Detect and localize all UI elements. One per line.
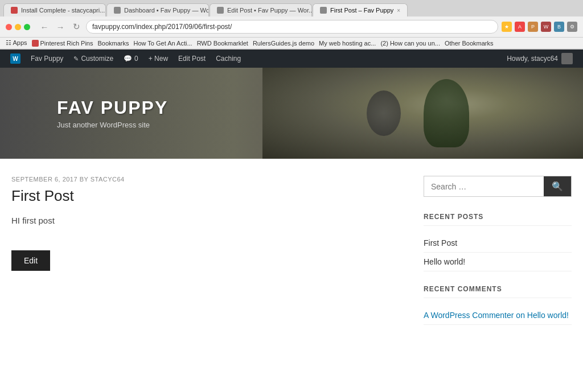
wp-admin-bar: W Fav Puppy ✎ Customize 💬 0 + New Edit P… xyxy=(0,49,583,68)
customize-icon: ✎ xyxy=(73,55,79,63)
tab-close-icon[interactable]: × xyxy=(397,7,400,14)
star-icon[interactable]: ★ xyxy=(502,22,512,32)
list-item: Hello world! xyxy=(424,253,572,271)
bookmark-apps[interactable]: ☷ Apps xyxy=(6,39,27,47)
site-main: September 6, 2017 by stacyc64 First Post… xyxy=(0,159,583,342)
bookmark-label: How To Get An Acti... xyxy=(134,40,192,47)
bookmark-icon xyxy=(32,40,39,47)
bookmark-rwd[interactable]: RWD Bookmarklet xyxy=(197,40,248,47)
post-article: September 6, 2017 by stacyc64 First Post… xyxy=(11,176,401,271)
caching-label: Caching xyxy=(216,55,241,63)
user-avatar xyxy=(561,53,573,64)
commented-post-link[interactable]: on Hello world! xyxy=(516,311,569,320)
wp-edit-post[interactable]: Edit Post xyxy=(174,49,210,68)
back-button[interactable]: ← xyxy=(38,20,51,33)
search-submit-button[interactable]: 🔍 xyxy=(544,176,571,196)
wp-logo-item[interactable]: W xyxy=(6,49,25,68)
customize-label: Customize xyxy=(81,55,113,63)
bookmark-label: RulersGuides.js demo xyxy=(253,40,314,47)
bookmark-label: Bookmarks xyxy=(97,40,129,47)
forward-button[interactable]: → xyxy=(54,20,67,33)
bookmark-bookmarks[interactable]: Bookmarks xyxy=(97,40,129,47)
bookmark-how-can[interactable]: (2) How can you un... xyxy=(380,40,440,47)
post-meta: September 6, 2017 by stacyc64 xyxy=(11,176,401,183)
bookmark-label: (2) How can you un... xyxy=(380,40,440,47)
header-plant-area xyxy=(262,68,583,159)
address-bar[interactable] xyxy=(86,20,498,34)
maximize-window-button[interactable] xyxy=(24,24,30,30)
post-body: HI first post xyxy=(11,214,401,228)
tab-dashboard[interactable]: Dashboard • Fav Puppy — Wo... × xyxy=(106,3,209,16)
recent-comments-widget: Recent Comments A WordPress Commenter on… xyxy=(424,285,572,325)
bookmark-rulers[interactable]: RulersGuides.js demo xyxy=(253,40,314,47)
post-content: HI first post xyxy=(11,214,401,228)
wp-site-name[interactable]: Fav Puppy xyxy=(26,49,68,68)
browser-chrome: Install Complete - stacycapri... × Dashb… xyxy=(0,0,583,49)
recent-comments-title: Recent Comments xyxy=(424,285,572,298)
tab-first-post[interactable]: First Post – Fav Puppy × xyxy=(313,3,408,16)
extension-icon-4[interactable]: B xyxy=(554,22,564,32)
bookmark-howto[interactable]: How To Get An Acti... xyxy=(134,40,192,47)
tab-favicon xyxy=(320,7,327,14)
browser-tabs: Install Complete - stacycapri... × Dashb… xyxy=(0,0,583,16)
search-form: 🔍 xyxy=(424,176,572,197)
bookmark-label: My web hosting ac... xyxy=(319,40,376,47)
search-input[interactable] xyxy=(424,176,544,196)
comments-count: 0 xyxy=(134,55,138,63)
extension-icon-2[interactable]: P xyxy=(528,22,538,32)
extension-icon-3[interactable]: W xyxy=(541,22,551,32)
browser-icons: ★ A P W B ⚙ xyxy=(502,22,577,32)
bookmark-other[interactable]: Other Bookmarks xyxy=(445,40,494,47)
tab-install[interactable]: Install Complete - stacycapri... × xyxy=(3,3,106,16)
howdy-text: Howdy, stacyc64 xyxy=(507,55,558,63)
bookmark-label: Pinterest Rich Pins xyxy=(40,40,93,47)
wp-caching[interactable]: Caching xyxy=(211,49,245,68)
site-tagline: Just another WordPress site xyxy=(57,121,168,129)
site-title: FAV PUPPY xyxy=(57,97,168,118)
wp-logo-icon: W xyxy=(10,53,20,64)
extension-icon[interactable]: A xyxy=(515,22,525,32)
tab-edit-post[interactable]: Edit Post • Fav Puppy — Wor... × xyxy=(210,3,312,16)
wp-howdy[interactable]: Howdy, stacyc64 xyxy=(502,53,577,64)
tab-label: Dashboard • Fav Puppy — Wo... xyxy=(124,7,209,14)
tab-favicon xyxy=(114,7,121,14)
traffic-lights xyxy=(6,24,30,30)
minimize-window-button[interactable] xyxy=(15,24,21,30)
search-icon: 🔍 xyxy=(552,181,563,191)
edit-post-button[interactable]: Edit xyxy=(11,250,50,271)
comment-icon: 💬 xyxy=(124,55,132,63)
tab-label: First Post – Fav Puppy xyxy=(330,7,393,14)
edit-post-label: Edit Post xyxy=(178,55,206,63)
wp-comments[interactable]: 💬 0 xyxy=(119,49,143,68)
site-title-area: FAV PUPPY Just another WordPress site xyxy=(57,97,168,129)
search-widget: 🔍 xyxy=(424,176,572,197)
bookmark-pinterest[interactable]: Pinterest Rich Pins xyxy=(32,40,93,47)
bookmark-label: ☷ Apps xyxy=(6,39,27,47)
extension-icon-5[interactable]: ⚙ xyxy=(567,22,577,32)
sidebar: 🔍 Recent Posts First Post Hello world! R… xyxy=(424,176,572,325)
close-window-button[interactable] xyxy=(6,24,12,30)
bookmark-hosting[interactable]: My web hosting ac... xyxy=(319,40,376,47)
recent-post-link[interactable]: Hello world! xyxy=(424,257,465,266)
tab-favicon xyxy=(11,7,18,14)
wp-new[interactable]: + New xyxy=(144,49,173,68)
wp-customize[interactable]: ✎ Customize xyxy=(69,49,118,68)
recent-posts-title: Recent Posts xyxy=(424,213,572,226)
tab-label: Edit Post • Fav Puppy — Wor... xyxy=(227,7,312,14)
commenter-link[interactable]: A WordPress Commenter xyxy=(424,311,514,320)
post-title: First Post xyxy=(11,187,401,205)
refresh-button[interactable]: ↻ xyxy=(70,20,83,33)
plant-sphere xyxy=(367,90,401,136)
site-header: FAV PUPPY Just another WordPress site xyxy=(0,68,583,159)
tab-label: Install Complete - stacycapri... xyxy=(21,7,105,14)
recent-posts-list: First Post Hello world! xyxy=(424,234,572,271)
browser-controls: ← → ↻ ★ A P W B ⚙ xyxy=(0,16,583,38)
recent-post-link[interactable]: First Post xyxy=(424,238,457,247)
bookmarks-bar: ☷ Apps Pinterest Rich Pins Bookmarks How… xyxy=(0,38,583,49)
tab-favicon xyxy=(217,7,224,14)
plant-pot xyxy=(424,79,469,147)
bookmark-label: RWD Bookmarklet xyxy=(197,40,248,47)
comment-item: A WordPress Commenter on Hello world! xyxy=(424,306,572,325)
wp-admin-right: Howdy, stacyc64 xyxy=(502,53,577,64)
bookmark-label: Other Bookmarks xyxy=(445,40,494,47)
